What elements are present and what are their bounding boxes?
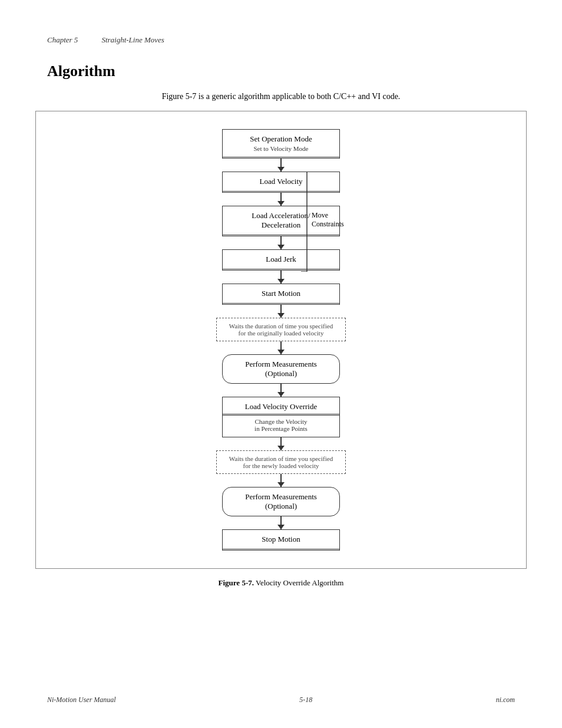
wait1-box: Waits the duration of time you specified… xyxy=(216,318,346,341)
wait2-box: Waits the duration of time you specified… xyxy=(216,450,346,474)
set-op-mode-label: Set Operation Mode xyxy=(250,134,312,143)
arrow-2 xyxy=(280,193,282,206)
footer-left: Ni-Motion User Manual xyxy=(47,696,116,704)
constraints-bracket: Move Constraints xyxy=(301,172,348,272)
load-vel-override-group: Load Velocity Override Change the Veloci… xyxy=(222,397,340,437)
arrow-4 xyxy=(280,271,282,284)
arrow-7 xyxy=(280,384,282,397)
set-op-mode-sublabel: Set to Velocity Mode xyxy=(230,145,332,152)
lvo-sub-label: Change the Velocityin Percentage Points xyxy=(254,418,308,432)
lvo-sub-box: Change the Velocityin Percentage Points xyxy=(222,414,340,437)
arrow-10 xyxy=(280,516,282,529)
arrow-6 xyxy=(280,341,282,354)
figure-container: Set Operation Mode Set to Velocity Mode … xyxy=(35,111,527,569)
stop-motion-box: Stop Motion xyxy=(222,529,340,551)
start-motion-box: Start Motion xyxy=(222,284,340,305)
arrow-5 xyxy=(280,305,282,318)
page: Chapter 5 Straight-Line Moves Algorithm … xyxy=(0,0,562,728)
section-label: Straight-Line Moves xyxy=(101,35,164,45)
constraints-wrapper: Load Velocity Load Acceleration/Decelera… xyxy=(222,172,340,271)
load-jerk-label: Load Jerk xyxy=(266,255,296,263)
stop-motion-label: Stop Motion xyxy=(262,535,300,543)
flowchart: Set Operation Mode Set to Velocity Mode … xyxy=(48,129,514,551)
perform2-label: Perform Measurements(Optional) xyxy=(245,492,317,510)
section-title: Algorithm xyxy=(0,57,562,86)
figure-caption-label: Figure 5-7. xyxy=(219,578,254,587)
description: Figure 5-7 is a generic algorithm applic… xyxy=(0,86,562,111)
svg-text:Move: Move xyxy=(312,211,328,219)
load-velocity-label: Load Velocity xyxy=(259,177,302,186)
figure-caption-text: Velocity Override Algorithm xyxy=(256,578,343,587)
lvo-main-box: Load Velocity Override xyxy=(222,397,340,414)
perform2-box: Perform Measurements(Optional) xyxy=(222,487,340,516)
lvo-main-label: Load Velocity Override xyxy=(245,402,318,411)
footer-center: 5-18 xyxy=(299,696,312,704)
page-header: Chapter 5 Straight-Line Moves xyxy=(0,0,562,57)
start-motion-label: Start Motion xyxy=(262,289,300,298)
set-operation-mode-box: Set Operation Mode Set to Velocity Mode xyxy=(222,129,340,159)
arrow-8 xyxy=(280,437,282,450)
chapter-label: Chapter 5 xyxy=(47,35,78,45)
perform1-label: Perform Measurements(Optional) xyxy=(245,360,317,378)
page-footer: Ni-Motion User Manual 5-18 ni.com xyxy=(0,696,562,704)
arrow-1 xyxy=(280,159,282,172)
svg-text:Constraints: Constraints xyxy=(312,220,344,228)
figure-caption: Figure 5-7. Velocity Override Algorithm xyxy=(0,578,562,588)
footer-right: ni.com xyxy=(496,696,515,704)
wait2-label: Waits the duration of time you specified… xyxy=(229,455,333,469)
perform1-box: Perform Measurements(Optional) xyxy=(222,354,340,384)
wait1-label: Waits the duration of time you specified… xyxy=(229,322,333,337)
arrow-9 xyxy=(280,474,282,487)
arrow-3 xyxy=(280,236,282,249)
